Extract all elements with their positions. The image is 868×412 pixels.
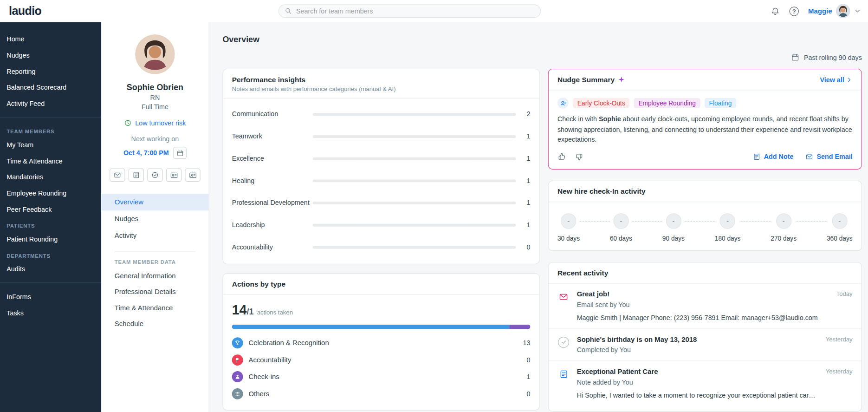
performance-value: 2 [516,110,531,118]
milestone-90-days: - 90 days [662,213,685,242]
sidebar-item-informs[interactable]: InForms [0,288,101,305]
date-range-label: Past rolling 90 days [804,53,862,61]
performance-row: Communication 2 [232,103,531,125]
profile-panel: Sophie Obrien RN Full Time Low turnover … [101,22,209,412]
sidebar-item-peer-feedback[interactable]: Peer Feedback [0,201,101,217]
actions-count-caption: actions taken [257,309,293,315]
activity-title: Exceptional Patient Care [577,368,819,376]
tab-activity[interactable]: Activity [101,227,208,244]
actions-count: 14 /1 actions taken [232,302,531,318]
help-button[interactable]: ? [790,7,799,16]
link-schedule[interactable]: Schedule [101,316,208,332]
sidebar-header-patients: PATIENTS [0,217,101,231]
activity-item-note[interactable]: Exceptional Patient Care Note added by Y… [549,361,862,406]
action-type-value: 0 [527,356,531,364]
laudio-logo[interactable]: laudio [0,5,41,18]
search-icon [285,7,292,15]
notifications-button[interactable] [771,7,780,16]
timeline-connector [797,221,827,222]
new-hire-checkin-card: New hire check-In activity - 30 days - 6… [548,181,862,251]
action-checkin-button[interactable] [147,169,162,182]
recent-activity-title: Recent activity [557,268,608,277]
stacked-segment [232,325,509,329]
thumbs-up-button[interactable] [557,152,566,161]
activity-item-birthday[interactable]: Sophie's birthday is on May 13, 2018 Com… [549,329,862,361]
actions-by-type-body: 14 /1 actions taken [223,294,539,410]
thumbs-down-button[interactable] [575,152,583,161]
link-professional-details[interactable]: Professional Details [101,284,208,300]
tab-overview[interactable]: Overview [101,194,208,210]
sidebar-item-mandatories[interactable]: Mandatories [0,169,101,185]
dashboard-grid: Performance insights Notes and emails wi… [222,69,862,412]
milestone-value: - [666,213,681,229]
user-menu[interactable]: Maggie [808,4,861,18]
link-general-information[interactable]: General Information [101,268,208,284]
activity-content: Sophie's birthday is on May 13, 2018 Com… [577,335,819,353]
main-content: Overview Past rolling 90 days Performanc… [209,22,868,412]
profile-employment-type: Full Time [101,103,208,111]
next-working-label: Next working on [101,135,208,143]
view-all-link[interactable]: View all [820,76,852,84]
new-hire-title: New hire check-In activity [557,187,646,196]
action-note-button[interactable] [129,169,144,182]
sidebar-item-balanced-scorecard[interactable]: Balanced Scorecard [0,79,101,96]
schedule-calendar-button[interactable] [173,147,187,159]
search-input[interactable] [296,7,535,15]
activity-title: Sophie's birthday is on May 13, 2018 [577,335,819,343]
performance-insights-title: Performance insights [232,75,396,84]
sidebar-item-audits[interactable]: Audits [0,261,101,277]
send-email-button[interactable]: Send Email [806,153,853,161]
milestone-180-days: - 180 days [715,213,741,242]
nudge-summary-title: Nudge Summary [557,75,615,84]
sidebar-item-tasks[interactable]: Tasks [0,305,101,321]
tag-early-clock-outs: Early Clock-Outs [573,98,629,108]
action-type-row: Celebration & Recognition 13 [232,334,531,351]
circle-check-icon [151,171,159,179]
topbar: laudio ? Maggie [0,0,868,22]
sidebar-item-employee-rounding[interactable]: Employee Rounding [0,185,101,201]
send-email-label: Send Email [816,153,852,161]
action-email-button[interactable] [110,169,125,182]
performance-row: Accountability 0 [232,236,531,258]
bell-icon [771,7,780,16]
sidebar-item-time-attendance[interactable]: Time & Attendance [0,153,101,169]
action-badge-button[interactable] [166,169,181,182]
activity-item-email[interactable]: Great job! Email sent by You Maggie Smit… [549,283,862,329]
thumbs-up-icon [557,152,566,161]
sidebar-item-activity-feed[interactable]: Activity Feed [0,95,101,111]
add-note-button[interactable]: Add Note [753,153,793,161]
action-type-row: Accountability 0 [232,352,531,368]
search-bar[interactable] [279,5,541,18]
performance-insights-header: Performance insights Notes and emails wi… [223,69,539,98]
chevron-right-icon [846,76,852,83]
performance-row: Healing 1 [232,170,531,192]
new-hire-header: New hire check-In activity [549,181,862,202]
performance-row: Teamwork 1 [232,125,531,148]
link-time-attendance[interactable]: Time & Attendance [101,300,208,316]
note-icon [753,153,761,161]
check-icon [557,336,570,348]
nudge-summary-card: Nudge Summary View all Early Clock-Outs … [548,69,862,170]
envelope-icon [113,171,121,179]
left-column: Performance insights Notes and emails wi… [222,69,539,411]
action-feedback-button[interactable] [185,169,200,182]
sidebar-item-my-team[interactable]: My Team [0,137,101,153]
performance-category: Accountability [232,243,313,251]
turnover-risk-badge[interactable]: Low turnover risk [101,119,208,127]
date-range-filter[interactable]: Past rolling 90 days [222,53,862,61]
action-type-value: 13 [523,339,531,347]
milestone-360-days: - 360 days [827,213,853,242]
sidebar-item-reporting[interactable]: Reporting [0,63,101,79]
tab-nudges[interactable]: Nudges [101,210,208,227]
sidebar-item-home[interactable]: Home [0,31,101,47]
bar-track [313,246,516,249]
right-column: Nudge Summary View all Early Clock-Outs … [548,69,862,412]
sidebar-item-nudges[interactable]: Nudges [0,47,101,63]
performance-value: 1 [516,221,531,229]
activity-time: Today [836,290,853,322]
actions-by-type-card: Actions by type 14 /1 actions taken [222,273,539,411]
sidebar-item-patient-rounding[interactable]: Patient Rounding [0,231,101,247]
profile-avatar [135,34,175,74]
next-working-time[interactable]: Oct 4, 7:00 PM [123,149,169,157]
milestone-value: - [720,213,735,229]
